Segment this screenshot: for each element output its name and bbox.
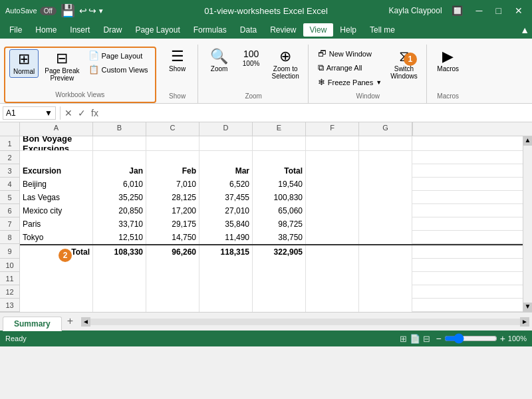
cell-f10[interactable] [306, 259, 359, 272]
menu-help[interactable]: Help [333, 23, 363, 37]
cancel-formula-icon[interactable]: ✕ [65, 108, 72, 118]
normal-view-status-icon[interactable]: ⊞ [400, 334, 407, 344]
scroll-right-btn[interactable]: ► [520, 317, 529, 327]
cell-d7[interactable]: 35,840 [200, 217, 253, 231]
page-break-status-icon[interactable]: ⊟ [423, 334, 430, 344]
cell-g5[interactable] [359, 191, 412, 204]
cell-e13[interactable] [253, 299, 306, 312]
cell-g11[interactable] [359, 272, 412, 285]
cell-g6[interactable] [359, 204, 412, 217]
menu-page-layout[interactable]: Page Layout [128, 23, 186, 37]
cell-b1[interactable] [93, 136, 146, 150]
freeze-panes-dropdown[interactable]: ▼ [376, 79, 382, 86]
cell-f8[interactable] [306, 231, 359, 244]
cell-a3[interactable]: Excursion [20, 164, 93, 178]
cell-a12[interactable] [20, 285, 93, 299]
cell-f9[interactable] [306, 245, 359, 259]
redo-icon[interactable]: ↪ [88, 5, 96, 16]
name-box[interactable]: A1 ▼ [3, 106, 56, 120]
cell-c8[interactable]: 14,750 [146, 231, 200, 244]
scroll-left-btn[interactable]: ◄ [81, 317, 90, 327]
cell-f13[interactable] [306, 299, 359, 312]
name-box-dropdown[interactable]: ▼ [45, 108, 53, 118]
cell-a13[interactable] [20, 299, 93, 312]
confirm-formula-icon[interactable]: ✓ [78, 108, 86, 118]
freeze-panes-btn[interactable]: ❄ Freeze Panes ▼ [315, 76, 384, 88]
cell-c6[interactable]: 17,200 [146, 204, 200, 217]
cell-a9[interactable]: Total [20, 245, 93, 259]
undo-dropdown-icon[interactable]: ▼ [98, 7, 104, 15]
menu-home[interactable]: Home [29, 23, 63, 37]
cell-d8[interactable]: 11,490 [200, 231, 253, 244]
page-layout-btn[interactable]: 📄 Page Layout [86, 49, 151, 62]
cell-e3[interactable]: Total [253, 164, 306, 178]
cell-f3[interactable] [306, 164, 359, 178]
cell-b4[interactable]: 6,010 [93, 178, 146, 191]
scroll-up-btn[interactable]: ▲ [523, 136, 532, 146]
cell-d13[interactable] [200, 299, 253, 312]
menu-data[interactable]: Data [233, 23, 263, 37]
cell-b12[interactable] [93, 285, 146, 299]
zoom-100-btn[interactable]: 100 100% [237, 47, 266, 69]
cell-b7[interactable]: 33,710 [93, 217, 146, 231]
cell-d1[interactable] [200, 136, 253, 150]
cell-f11[interactable] [306, 272, 359, 285]
cell-d4[interactable]: 6,520 [200, 178, 253, 191]
cell-b8[interactable]: 12,510 [93, 231, 146, 244]
cell-a4[interactable]: Beijing [20, 178, 93, 191]
cell-e4[interactable]: 19,540 [253, 178, 306, 191]
cell-c13[interactable] [146, 299, 200, 312]
cell-g7[interactable] [359, 217, 412, 231]
cell-b10[interactable] [93, 259, 146, 272]
cell-c12[interactable] [146, 285, 200, 299]
cell-d10[interactable] [200, 259, 253, 272]
cell-a10[interactable] [20, 259, 93, 272]
cell-d9[interactable]: 118,315 [200, 245, 253, 259]
scroll-down-btn[interactable]: ▼ [523, 303, 532, 312]
cell-e9[interactable]: 322,905 [253, 245, 306, 259]
cell-c2[interactable] [146, 151, 200, 164]
show-btn[interactable]: ☰ Show [163, 47, 192, 74]
cell-g2[interactable] [359, 151, 412, 164]
cell-c3[interactable]: Feb [146, 164, 200, 178]
cell-c1[interactable] [146, 136, 200, 150]
close-btn[interactable]: ✕ [511, 4, 527, 17]
cell-g13[interactable] [359, 299, 412, 312]
menu-file[interactable]: File [3, 23, 29, 37]
menu-tell-me[interactable]: Tell me [363, 23, 402, 37]
cell-a2[interactable] [20, 151, 93, 164]
cell-d2[interactable] [200, 151, 253, 164]
menu-review[interactable]: Review [263, 23, 303, 37]
vertical-scrollbar[interactable]: ▲ ▼ [523, 136, 532, 312]
menu-insert[interactable]: Insert [63, 23, 96, 37]
insert-function-icon[interactable]: fx [91, 108, 98, 118]
cell-g3[interactable] [359, 164, 412, 178]
cell-g12[interactable] [359, 285, 412, 299]
cell-g9[interactable] [359, 245, 412, 259]
cell-d11[interactable] [200, 272, 253, 285]
formula-input[interactable] [102, 108, 529, 118]
minimize-btn[interactable]: ─ [472, 4, 487, 17]
cell-a1[interactable]: Bon Voyage Excursions [20, 136, 93, 150]
cell-d12[interactable] [200, 285, 253, 299]
cell-f7[interactable] [306, 217, 359, 231]
page-layout-status-icon[interactable]: 📄 [410, 334, 420, 344]
arrange-all-btn[interactable]: ⧉ Arrange All [315, 61, 384, 74]
cell-e5[interactable]: 100,830 [253, 191, 306, 204]
cell-b6[interactable]: 20,850 [93, 204, 146, 217]
zoom-range-input[interactable] [444, 333, 497, 344]
cell-e6[interactable]: 65,060 [253, 204, 306, 217]
menu-view[interactable]: View [303, 23, 334, 37]
cell-e10[interactable] [253, 259, 306, 272]
cell-c10[interactable] [146, 259, 200, 272]
cell-d6[interactable]: 27,010 [200, 204, 253, 217]
scroll-track-v[interactable] [523, 146, 532, 303]
cell-f1[interactable] [306, 136, 359, 150]
cell-e8[interactable]: 38,750 [253, 231, 306, 244]
restore-btn[interactable]: 🔲 [448, 4, 467, 17]
cell-b13[interactable] [93, 299, 146, 312]
autosave-toggle[interactable]: Off [40, 7, 57, 15]
sheet-tab-summary[interactable]: Summary [3, 317, 62, 331]
switch-windows-btn[interactable]: ⧖ SwitchWindows 1 [387, 47, 421, 82]
cell-c4[interactable]: 7,010 [146, 178, 200, 191]
